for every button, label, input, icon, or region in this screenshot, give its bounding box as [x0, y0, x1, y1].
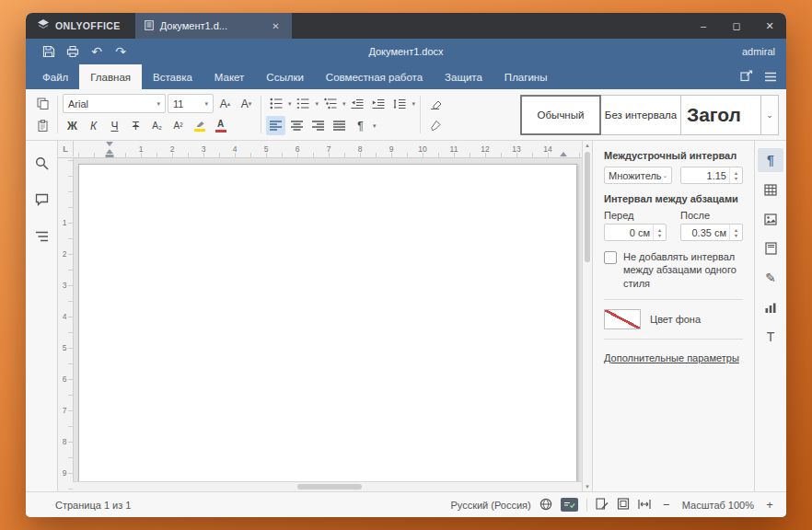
- chevron-down-icon[interactable]: ▾: [373, 122, 377, 130]
- chevron-down-icon[interactable]: ▾: [316, 100, 319, 108]
- style-heading-1[interactable]: Загол: [680, 95, 761, 135]
- tab-collaboration[interactable]: Совместная работа: [315, 64, 434, 89]
- tab-layout[interactable]: Макет: [203, 64, 256, 89]
- view-settings-icon[interactable]: [764, 69, 777, 86]
- strikethrough-button[interactable]: Ŧ: [126, 116, 145, 135]
- image-settings-icon[interactable]: [758, 207, 783, 231]
- tab-plugins[interactable]: Плагины: [493, 64, 559, 89]
- tab-file[interactable]: Файл: [31, 64, 79, 89]
- checkbox[interactable]: [604, 251, 617, 264]
- increase-indent-button[interactable]: [369, 94, 389, 113]
- numbered-list-button[interactable]: [294, 94, 313, 113]
- style-normal[interactable]: Обычный: [520, 95, 601, 135]
- line-spacing-button[interactable]: [390, 94, 410, 113]
- advanced-settings-link[interactable]: Дополнительные параметры: [604, 352, 743, 363]
- spinner-arrows[interactable]: ▴▾: [729, 225, 742, 240]
- tab-home[interactable]: Главная: [79, 64, 142, 89]
- user-name[interactable]: admiral: [742, 46, 775, 57]
- horizontal-scrollbar-thumb[interactable]: [297, 484, 362, 490]
- background-color-swatch[interactable]: [604, 309, 641, 329]
- horizontal-ruler[interactable]: L 1234567891011121314: [58, 141, 583, 158]
- left-indent-marker[interactable]: [106, 155, 114, 157]
- fit-width-icon[interactable]: [638, 499, 651, 512]
- search-icon[interactable]: [29, 152, 54, 174]
- open-file-location-icon[interactable]: [740, 69, 753, 86]
- bullet-list-button[interactable]: [266, 94, 285, 113]
- align-justify-button[interactable]: [330, 116, 349, 135]
- spinner-down-icon[interactable]: ▾: [735, 176, 737, 181]
- copy-button[interactable]: [33, 94, 52, 113]
- shape-settings-icon[interactable]: ✎: [758, 266, 783, 290]
- align-right-button[interactable]: [308, 116, 328, 135]
- comments-icon[interactable]: [29, 189, 54, 211]
- scroll-down-icon[interactable]: ▼: [583, 482, 592, 491]
- document-tab[interactable]: Документ1.d... ✕: [135, 13, 292, 39]
- editor-canvas[interactable]: 123456789: [58, 158, 583, 491]
- subscript-button[interactable]: A₂: [147, 116, 167, 135]
- clear-formatting-button[interactable]: [425, 94, 445, 113]
- paste-button[interactable]: [33, 116, 52, 135]
- maximize-button[interactable]: ◻: [720, 13, 753, 39]
- spinner-down-icon[interactable]: ▾: [735, 233, 737, 238]
- copy-style-button[interactable]: [425, 116, 445, 135]
- font-name-select[interactable]: Arial ▾: [63, 94, 166, 113]
- navigation-headings-icon[interactable]: [29, 225, 54, 248]
- spinner-arrows[interactable]: ▴▾: [653, 225, 666, 240]
- decrease-font-button[interactable]: A▾: [237, 94, 256, 113]
- font-color-button[interactable]: А: [211, 116, 230, 135]
- chart-settings-icon[interactable]: [758, 295, 783, 319]
- nonprinting-characters-button[interactable]: ¶: [351, 116, 370, 135]
- language-selector[interactable]: Русский (Россия): [450, 500, 530, 511]
- fit-page-icon[interactable]: [617, 498, 630, 512]
- scroll-up-icon[interactable]: ▲: [583, 141, 592, 150]
- right-indent-marker[interactable]: [560, 152, 567, 156]
- tab-stop-selector[interactable]: L: [58, 141, 74, 156]
- track-changes-icon[interactable]: [596, 498, 609, 512]
- font-size-select[interactable]: 11 ▾: [168, 94, 214, 113]
- bold-button[interactable]: Ж: [63, 116, 82, 135]
- underline-button[interactable]: Ч: [105, 116, 124, 135]
- style-no-spacing[interactable]: Без интервала: [600, 95, 681, 135]
- zoom-level[interactable]: Масштаб 100%: [682, 500, 754, 511]
- spell-check-icon[interactable]: [561, 498, 578, 512]
- line-spacing-value-spinner[interactable]: 1.15 ▴▾: [680, 167, 743, 184]
- spinner-arrows[interactable]: ▴▾: [729, 167, 742, 183]
- vertical-scrollbar[interactable]: ▲ ▼: [582, 141, 592, 491]
- zoom-in-button[interactable]: +: [762, 498, 777, 512]
- same-style-spacing-option[interactable]: Не добавлять интервал между абзацами одн…: [604, 250, 743, 290]
- spinner-down-icon[interactable]: ▾: [658, 233, 661, 238]
- horizontal-scrollbar[interactable]: [73, 481, 583, 491]
- header-footer-settings-icon[interactable]: [758, 236, 783, 260]
- multilevel-list-button[interactable]: [320, 94, 340, 113]
- spacing-before-spinner[interactable]: 0 см ▴▾: [604, 224, 667, 241]
- vertical-ruler[interactable]: 123456789: [58, 158, 74, 491]
- hanging-indent-marker[interactable]: [106, 149, 113, 154]
- vertical-scrollbar-thumb[interactable]: [585, 152, 590, 262]
- increase-font-button[interactable]: A▴: [215, 94, 235, 113]
- first-line-indent-marker[interactable]: [106, 142, 113, 146]
- chevron-down-icon[interactable]: ▾: [288, 100, 292, 108]
- spacing-after-spinner[interactable]: 0.35 см ▴▾: [680, 224, 743, 241]
- zoom-out-button[interactable]: −: [659, 498, 674, 512]
- chevron-down-icon[interactable]: ▾: [412, 100, 416, 108]
- paragraph-settings-icon[interactable]: ¶: [758, 148, 783, 172]
- styles-gallery-expand-button[interactable]: ⌄: [760, 95, 779, 135]
- document-page[interactable]: [78, 164, 577, 482]
- minimize-button[interactable]: –: [687, 13, 720, 39]
- globe-icon[interactable]: [539, 498, 552, 513]
- chevron-down-icon[interactable]: ▾: [342, 100, 346, 108]
- decrease-indent-button[interactable]: [348, 94, 367, 113]
- close-button[interactable]: ✕: [753, 13, 786, 39]
- text-art-settings-icon[interactable]: Т: [758, 325, 783, 349]
- table-settings-icon[interactable]: [758, 178, 783, 202]
- italic-button[interactable]: К: [84, 116, 103, 135]
- tab-references[interactable]: Ссылки: [255, 64, 315, 89]
- highlight-color-button[interactable]: [190, 116, 209, 135]
- tab-protection[interactable]: Защита: [434, 64, 493, 89]
- tab-close-icon[interactable]: ✕: [269, 20, 282, 32]
- superscript-button[interactable]: A²: [168, 116, 188, 135]
- align-center-button[interactable]: [287, 116, 307, 135]
- tab-insert[interactable]: Вставка: [142, 64, 203, 89]
- align-left-button[interactable]: [266, 116, 285, 135]
- line-spacing-type-select[interactable]: Множитель ⌄: [604, 167, 672, 184]
